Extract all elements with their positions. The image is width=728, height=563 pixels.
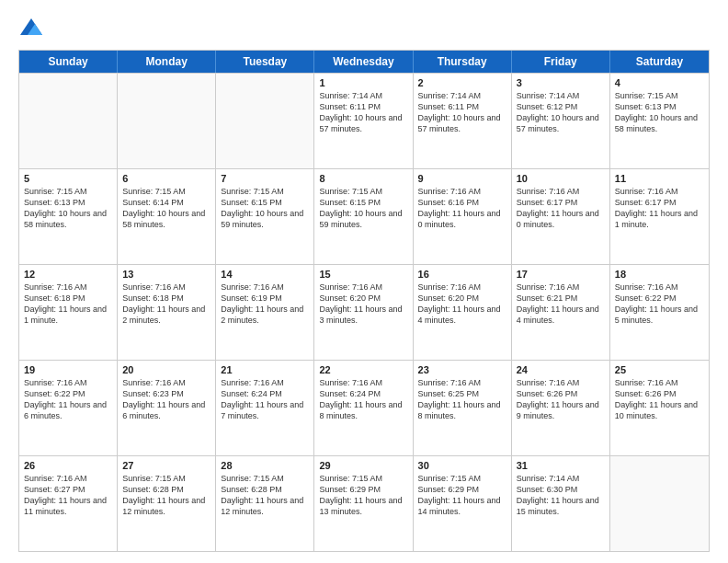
day-cell-5: 5Sunrise: 7:15 AM Sunset: 6:13 PM Daylig… bbox=[19, 169, 118, 264]
day-info: Sunrise: 7:16 AM Sunset: 6:22 PM Dayligh… bbox=[24, 377, 112, 422]
day-cell-22: 22Sunrise: 7:16 AM Sunset: 6:24 PM Dayli… bbox=[314, 361, 413, 455]
day-number: 30 bbox=[418, 460, 506, 471]
day-info: Sunrise: 7:16 AM Sunset: 6:24 PM Dayligh… bbox=[319, 377, 407, 422]
header bbox=[18, 15, 710, 40]
day-info: Sunrise: 7:16 AM Sunset: 6:18 PM Dayligh… bbox=[122, 282, 210, 327]
day-info: Sunrise: 7:16 AM Sunset: 6:26 PM Dayligh… bbox=[517, 377, 605, 422]
day-info: Sunrise: 7:14 AM Sunset: 6:11 PM Dayligh… bbox=[418, 90, 506, 135]
day-number: 11 bbox=[615, 173, 704, 184]
day-number: 7 bbox=[221, 173, 309, 184]
day-number: 15 bbox=[319, 269, 407, 280]
day-cell-11: 11Sunrise: 7:16 AM Sunset: 6:17 PM Dayli… bbox=[610, 169, 709, 264]
empty-cell bbox=[118, 74, 216, 168]
day-info: Sunrise: 7:16 AM Sunset: 6:27 PM Dayligh… bbox=[24, 473, 112, 518]
day-info: Sunrise: 7:15 AM Sunset: 6:13 PM Dayligh… bbox=[615, 90, 704, 135]
day-cell-27: 27Sunrise: 7:15 AM Sunset: 6:28 PM Dayli… bbox=[118, 456, 216, 551]
day-cell-14: 14Sunrise: 7:16 AM Sunset: 6:19 PM Dayli… bbox=[216, 265, 314, 360]
day-number: 27 bbox=[122, 460, 210, 471]
day-number: 26 bbox=[24, 460, 112, 471]
day-number: 5 bbox=[24, 173, 112, 184]
day-info: Sunrise: 7:16 AM Sunset: 6:23 PM Dayligh… bbox=[122, 377, 210, 422]
day-number: 28 bbox=[221, 460, 309, 471]
day-number: 25 bbox=[615, 364, 704, 375]
weekday-header-tuesday: Tuesday bbox=[216, 51, 314, 73]
day-number: 18 bbox=[615, 269, 704, 280]
weekday-header-thursday: Thursday bbox=[414, 51, 512, 73]
day-number: 4 bbox=[615, 77, 704, 88]
day-number: 23 bbox=[418, 364, 506, 375]
day-info: Sunrise: 7:15 AM Sunset: 6:28 PM Dayligh… bbox=[221, 473, 309, 518]
day-number: 13 bbox=[122, 269, 210, 280]
day-number: 14 bbox=[221, 269, 309, 280]
calendar-row-0: 1Sunrise: 7:14 AM Sunset: 6:11 PM Daylig… bbox=[19, 73, 709, 168]
weekday-header-friday: Friday bbox=[512, 51, 610, 73]
day-cell-1: 1Sunrise: 7:14 AM Sunset: 6:11 PM Daylig… bbox=[314, 74, 413, 168]
day-info: Sunrise: 7:16 AM Sunset: 6:17 PM Dayligh… bbox=[615, 186, 704, 231]
day-cell-4: 4Sunrise: 7:15 AM Sunset: 6:13 PM Daylig… bbox=[610, 74, 709, 168]
day-info: Sunrise: 7:16 AM Sunset: 6:20 PM Dayligh… bbox=[319, 282, 407, 327]
calendar-row-4: 26Sunrise: 7:16 AM Sunset: 6:27 PM Dayli… bbox=[19, 455, 709, 551]
day-cell-18: 18Sunrise: 7:16 AM Sunset: 6:22 PM Dayli… bbox=[610, 265, 709, 360]
day-cell-23: 23Sunrise: 7:16 AM Sunset: 6:25 PM Dayli… bbox=[414, 361, 512, 455]
day-number: 31 bbox=[517, 460, 605, 471]
weekday-header-sunday: Sunday bbox=[19, 51, 118, 73]
day-info: Sunrise: 7:16 AM Sunset: 6:18 PM Dayligh… bbox=[24, 282, 112, 327]
day-cell-31: 31Sunrise: 7:14 AM Sunset: 6:30 PM Dayli… bbox=[512, 456, 610, 551]
calendar-header-row: SundayMondayTuesdayWednesdayThursdayFrid… bbox=[19, 51, 709, 73]
day-info: Sunrise: 7:16 AM Sunset: 6:17 PM Dayligh… bbox=[517, 186, 605, 231]
day-cell-12: 12Sunrise: 7:16 AM Sunset: 6:18 PM Dayli… bbox=[19, 265, 118, 360]
day-number: 9 bbox=[418, 173, 506, 184]
day-cell-2: 2Sunrise: 7:14 AM Sunset: 6:11 PM Daylig… bbox=[414, 74, 512, 168]
weekday-header-saturday: Saturday bbox=[610, 51, 709, 73]
empty-cell bbox=[19, 74, 118, 168]
day-number: 10 bbox=[517, 173, 605, 184]
day-info: Sunrise: 7:15 AM Sunset: 6:28 PM Dayligh… bbox=[122, 473, 210, 518]
day-number: 16 bbox=[418, 269, 506, 280]
day-info: Sunrise: 7:16 AM Sunset: 6:21 PM Dayligh… bbox=[517, 282, 605, 327]
calendar: SundayMondayTuesdayWednesdayThursdayFrid… bbox=[18, 50, 710, 552]
day-info: Sunrise: 7:14 AM Sunset: 6:11 PM Dayligh… bbox=[319, 90, 407, 135]
calendar-row-1: 5Sunrise: 7:15 AM Sunset: 6:13 PM Daylig… bbox=[19, 168, 709, 264]
day-number: 6 bbox=[122, 173, 210, 184]
day-info: Sunrise: 7:15 AM Sunset: 6:14 PM Dayligh… bbox=[122, 186, 210, 231]
day-number: 3 bbox=[517, 77, 605, 88]
weekday-header-wednesday: Wednesday bbox=[314, 51, 413, 73]
day-number: 24 bbox=[517, 364, 605, 375]
day-info: Sunrise: 7:16 AM Sunset: 6:25 PM Dayligh… bbox=[418, 377, 506, 422]
day-info: Sunrise: 7:14 AM Sunset: 6:12 PM Dayligh… bbox=[517, 90, 605, 135]
day-cell-19: 19Sunrise: 7:16 AM Sunset: 6:22 PM Dayli… bbox=[19, 361, 118, 455]
day-info: Sunrise: 7:15 AM Sunset: 6:15 PM Dayligh… bbox=[221, 186, 309, 231]
day-number: 17 bbox=[517, 269, 605, 280]
day-number: 2 bbox=[418, 77, 506, 88]
day-info: Sunrise: 7:16 AM Sunset: 6:24 PM Dayligh… bbox=[221, 377, 309, 422]
calendar-row-2: 12Sunrise: 7:16 AM Sunset: 6:18 PM Dayli… bbox=[19, 264, 709, 360]
day-info: Sunrise: 7:16 AM Sunset: 6:19 PM Dayligh… bbox=[221, 282, 309, 327]
day-cell-15: 15Sunrise: 7:16 AM Sunset: 6:20 PM Dayli… bbox=[314, 265, 413, 360]
day-number: 22 bbox=[319, 364, 407, 375]
day-cell-16: 16Sunrise: 7:16 AM Sunset: 6:20 PM Dayli… bbox=[414, 265, 512, 360]
day-info: Sunrise: 7:16 AM Sunset: 6:22 PM Dayligh… bbox=[615, 282, 704, 327]
day-cell-28: 28Sunrise: 7:15 AM Sunset: 6:28 PM Dayli… bbox=[216, 456, 314, 551]
weekday-header-monday: Monday bbox=[118, 51, 216, 73]
logo-icon bbox=[18, 15, 44, 40]
day-cell-17: 17Sunrise: 7:16 AM Sunset: 6:21 PM Dayli… bbox=[512, 265, 610, 360]
calendar-page: SundayMondayTuesdayWednesdayThursdayFrid… bbox=[0, 0, 728, 563]
day-info: Sunrise: 7:15 AM Sunset: 6:15 PM Dayligh… bbox=[319, 186, 407, 231]
day-cell-20: 20Sunrise: 7:16 AM Sunset: 6:23 PM Dayli… bbox=[118, 361, 216, 455]
empty-cell bbox=[610, 456, 709, 551]
day-info: Sunrise: 7:15 AM Sunset: 6:29 PM Dayligh… bbox=[418, 473, 506, 518]
day-number: 12 bbox=[24, 269, 112, 280]
day-cell-13: 13Sunrise: 7:16 AM Sunset: 6:18 PM Dayli… bbox=[118, 265, 216, 360]
day-cell-9: 9Sunrise: 7:16 AM Sunset: 6:16 PM Daylig… bbox=[414, 169, 512, 264]
calendar-body: 1Sunrise: 7:14 AM Sunset: 6:11 PM Daylig… bbox=[19, 73, 709, 551]
day-number: 29 bbox=[319, 460, 407, 471]
empty-cell bbox=[216, 74, 314, 168]
logo bbox=[18, 15, 48, 40]
day-number: 20 bbox=[122, 364, 210, 375]
day-info: Sunrise: 7:16 AM Sunset: 6:26 PM Dayligh… bbox=[615, 377, 704, 422]
day-cell-26: 26Sunrise: 7:16 AM Sunset: 6:27 PM Dayli… bbox=[19, 456, 118, 551]
day-cell-6: 6Sunrise: 7:15 AM Sunset: 6:14 PM Daylig… bbox=[118, 169, 216, 264]
day-cell-3: 3Sunrise: 7:14 AM Sunset: 6:12 PM Daylig… bbox=[512, 74, 610, 168]
day-info: Sunrise: 7:15 AM Sunset: 6:29 PM Dayligh… bbox=[319, 473, 407, 518]
day-number: 21 bbox=[221, 364, 309, 375]
